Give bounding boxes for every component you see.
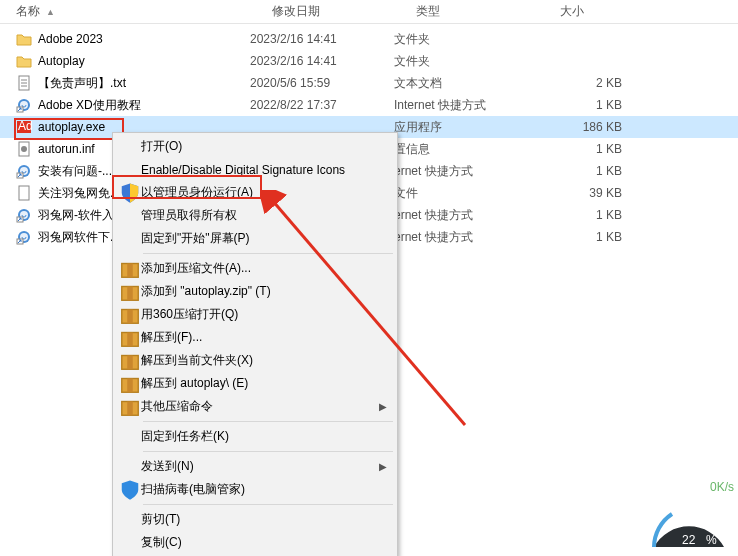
svg-rect-30 — [127, 355, 133, 369]
menu-send-to[interactable]: 发送到(N)▶ — [115, 455, 395, 478]
file-name: 【免责声明】.txt — [38, 75, 126, 92]
file-icon — [16, 185, 32, 201]
file-row[interactable]: Adobe XD使用教程2022/8/22 17:37Internet 快捷方式… — [0, 94, 738, 116]
menu-pin-start[interactable]: 固定到"开始"屏幕(P) — [115, 227, 395, 250]
file-name: Adobe 2023 — [38, 32, 103, 46]
col-header-size[interactable]: 大小 — [560, 3, 660, 20]
shortcut-icon — [16, 163, 32, 179]
context-menu: 打开(O) Enable/Disable Digital Signature I… — [112, 132, 398, 556]
col-header-date[interactable]: 修改日期 — [272, 3, 416, 20]
file-size: 2 KB — [538, 76, 638, 90]
chevron-right-icon: ▶ — [379, 401, 395, 412]
exe-icon: Adobe — [16, 119, 32, 135]
menu-pin-taskbar[interactable]: 固定到任务栏(K) — [115, 425, 395, 448]
file-row[interactable]: Autoplay2023/2/16 14:41文件夹 — [0, 50, 738, 72]
menu-separator — [143, 253, 393, 254]
file-type: 文件 — [394, 185, 538, 202]
col-header-type[interactable]: 类型 — [416, 3, 560, 20]
file-type: Internet 快捷方式 — [394, 97, 538, 114]
file-name: 关注羽兔网免... — [38, 185, 120, 202]
svg-text:22: 22 — [682, 533, 696, 547]
folder-icon — [16, 31, 32, 47]
file-size: 39 KB — [538, 186, 638, 200]
archive-icon — [119, 376, 141, 392]
chevron-right-icon: ▶ — [379, 461, 395, 472]
file-date: 2023/2/16 14:41 — [250, 54, 394, 68]
file-size: 1 KB — [538, 142, 638, 156]
menu-add-archive[interactable]: 添加到压缩文件(A)... — [115, 257, 395, 280]
file-type: 置信息 — [394, 141, 538, 158]
file-date: 2022/8/22 17:37 — [250, 98, 394, 112]
file-name: 安装有问题-... — [38, 163, 112, 180]
menu-separator — [143, 504, 393, 505]
col-header-name[interactable]: 名称▲ — [16, 3, 272, 20]
menu-separator — [143, 421, 393, 422]
svg-rect-22 — [127, 263, 133, 277]
menu-extract-here[interactable]: 解压到当前文件夹(X) — [115, 349, 395, 372]
archive-icon — [119, 330, 141, 346]
file-size: 1 KB — [538, 98, 638, 112]
file-name: Adobe XD使用教程 — [38, 97, 141, 114]
archive-icon — [119, 353, 141, 369]
shield-icon — [119, 185, 141, 201]
menu-open[interactable]: 打开(O) — [115, 135, 395, 158]
menu-add-zip[interactable]: 添加到 "autoplay.zip" (T) — [115, 280, 395, 303]
svg-text:Adobe: Adobe — [18, 119, 32, 133]
shield-icon — [119, 482, 141, 498]
archive-icon — [119, 399, 141, 415]
svg-rect-14 — [19, 186, 29, 200]
archive-icon — [119, 261, 141, 277]
svg-point-10 — [21, 146, 27, 152]
file-name: autorun.inf — [38, 142, 95, 156]
file-size: 1 KB — [538, 230, 638, 244]
txt-icon — [16, 75, 32, 91]
file-row[interactable]: 【免责声明】.txt2020/5/6 15:59文本文档2 KB — [0, 72, 738, 94]
file-type: ernet 快捷方式 — [394, 229, 538, 246]
file-type: 文件夹 — [394, 31, 538, 48]
file-row[interactable]: Adobe 20232023/2/16 14:41文件夹 — [0, 28, 738, 50]
file-type: 应用程序 — [394, 119, 538, 136]
shortcut-icon — [16, 229, 32, 245]
archive-icon — [119, 307, 141, 323]
file-size: 1 KB — [538, 208, 638, 222]
folder-icon — [16, 53, 32, 69]
menu-enable-disable-sig[interactable]: Enable/Disable Digital Signature Icons — [115, 158, 395, 181]
file-type: ernet 快捷方式 — [394, 207, 538, 224]
svg-rect-26 — [127, 309, 133, 323]
svg-rect-34 — [127, 401, 133, 415]
menu-cut[interactable]: 剪切(T) — [115, 508, 395, 531]
menu-open-360[interactable]: 用360压缩打开(Q) — [115, 303, 395, 326]
file-size: 186 KB — [538, 120, 638, 134]
menu-extract-autoplay[interactable]: 解压到 autoplay\ (E) — [115, 372, 395, 395]
menu-extract-to[interactable]: 解压到(F)... — [115, 326, 395, 349]
menu-copy[interactable]: 复制(C) — [115, 531, 395, 554]
shortcut-icon — [16, 97, 32, 113]
file-name: autoplay.exe — [38, 120, 105, 134]
svg-rect-28 — [127, 332, 133, 346]
file-type: 文件夹 — [394, 53, 538, 70]
menu-take-ownership[interactable]: 管理员取得所有权 — [115, 204, 395, 227]
file-name: 羽兔网软件下... — [38, 229, 120, 246]
menu-separator — [143, 451, 393, 452]
svg-rect-24 — [127, 286, 133, 300]
config-icon — [16, 141, 32, 157]
file-type: ernet 快捷方式 — [394, 163, 538, 180]
file-name: Autoplay — [38, 54, 85, 68]
sort-indicator: ▲ — [46, 7, 55, 17]
file-type: 文本文档 — [394, 75, 538, 92]
file-date: 2023/2/16 14:41 — [250, 32, 394, 46]
shortcut-icon — [16, 207, 32, 223]
svg-rect-32 — [127, 378, 133, 392]
menu-other-compress[interactable]: 其他压缩命令▶ — [115, 395, 395, 418]
performance-gauge[interactable]: 22 % — [644, 492, 734, 552]
svg-text:%: % — [706, 533, 717, 547]
file-size: 1 KB — [538, 164, 638, 178]
file-date: 2020/5/6 15:59 — [250, 76, 394, 90]
menu-scan-virus[interactable]: 扫描病毒(电脑管家) — [115, 478, 395, 501]
archive-icon — [119, 284, 141, 300]
menu-run-as-admin[interactable]: 以管理员身份运行(A) — [115, 181, 395, 204]
